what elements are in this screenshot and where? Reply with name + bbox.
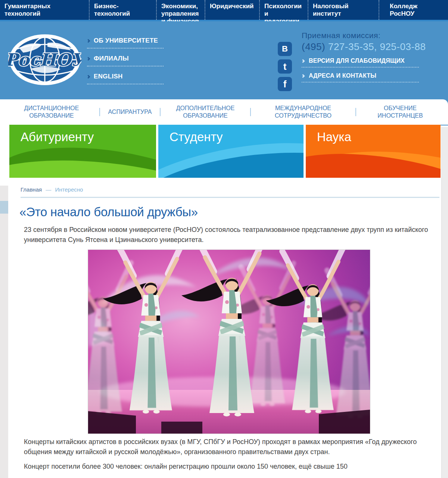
left-edge-thumbnail-sliver	[0, 243, 7, 413]
menu-about-university[interactable]: ОБ УНИВЕРСИТЕТЕ	[87, 37, 164, 49]
menu-english[interactable]: ENGLISH	[87, 73, 164, 84]
link-addresses-contacts[interactable]: АДРЕСА И КОНТАКТЫ	[302, 72, 419, 83]
logo-text: РосНОУ	[8, 50, 81, 70]
article-paragraph: Концерты китайских артистов в российских…	[24, 437, 435, 457]
nav-additional-education[interactable]: ДОПОЛНИТЕЛЬНОЕ ОБРАЗОВАНИЕ	[165, 105, 246, 120]
nav-postgraduate[interactable]: АСПИРАНТУРА	[105, 108, 155, 116]
left-edge-banner-sliver	[0, 201, 8, 214]
breadcrumb-home[interactable]: Главная	[21, 186, 42, 193]
main-nav: ДИСТАНЦИОННОЕ ОБРАЗОВАНИЕ АСПИРАНТУРА ДО…	[0, 99, 448, 125]
breadcrumb-separator: —	[46, 186, 51, 193]
topbar-item-law[interactable]: Юридический	[205, 0, 259, 20]
header-links: ВЕРСИЯ ДЛЯ СЛАБОВИДЯЩИХ АДРЕСА И КОНТАКТ…	[302, 58, 419, 87]
header-menu: ОБ УНИВЕРСИТЕТЕ ФИЛИАЛЫ ENGLISH	[87, 37, 164, 91]
phone-numbers: 727-35-35, 925-03-88	[328, 41, 426, 52]
topbar-item-humanities[interactable]: Гуманитарных технологий	[0, 0, 89, 20]
menu-branches[interactable]: ФИЛИАЛЫ	[87, 55, 164, 66]
divider	[21, 197, 439, 198]
vk-icon[interactable]: В	[278, 42, 292, 56]
article-paragraph: Концерт посетили более 300 человек: онла…	[24, 462, 435, 472]
nav-distance-education[interactable]: ДИСТАНЦИОННОЕ ОБРАЗОВАНИЕ	[8, 105, 95, 120]
admission-phones: (495) 727-35-35, 925-03-88	[302, 41, 426, 53]
admission-block: Приемная комиссия: (495) 727-35-35, 925-…	[302, 31, 426, 53]
topbar-item-college[interactable]: Колледж РосНОУ	[379, 0, 448, 20]
breadcrumb-current[interactable]: Интересно	[55, 186, 83, 193]
nav-separator	[250, 108, 251, 116]
twitter-icon[interactable]: t	[278, 59, 292, 74]
nav-separator	[160, 108, 161, 116]
tab-science[interactable]: Наука	[306, 125, 441, 178]
article-content: Главная — Интересно «Это начало большой …	[0, 178, 448, 477]
site-header: РосНОУ ОБ УНИВЕРСИТЕТЕ ФИЛИАЛЫ ENGLISH В…	[0, 21, 448, 99]
chevron-right-icon	[87, 39, 90, 43]
article-paragraph: 23 сентября в Российском новом университ…	[24, 225, 435, 245]
phone-area-code: (495)	[302, 41, 325, 52]
topbar-item-economics[interactable]: Экономики, управления и финансов	[156, 0, 205, 20]
tab-applicant[interactable]: Абитуриенту	[9, 125, 156, 178]
breadcrumb: Главная — Интересно	[21, 186, 437, 193]
right-page-rail	[441, 127, 448, 478]
article-photo	[88, 249, 370, 434]
stage-photo-dancers	[88, 250, 370, 434]
link-visually-impaired[interactable]: ВЕРСИЯ ДЛЯ СЛАБОВИДЯЩИХ	[302, 58, 419, 68]
institutes-bar: Гуманитарных технологий Бизнес-технологи…	[0, 0, 448, 21]
chevron-right-icon	[87, 57, 90, 60]
topbar-item-tax[interactable]: Налоговый институт	[308, 0, 379, 20]
chevron-right-icon	[87, 75, 90, 78]
facebook-icon[interactable]: f	[278, 77, 292, 91]
tab-student[interactable]: Студенту	[158, 125, 304, 178]
topbar-item-psychology[interactable]: Психологии и педагогики	[259, 0, 308, 20]
social-icons: В t f	[278, 42, 292, 91]
nav-separator	[355, 108, 356, 116]
rosnou-logo[interactable]: РосНОУ	[8, 33, 81, 86]
nav-international[interactable]: МЕЖДУНАРОДНОЕ СОТРУДНИЧЕСТВО	[255, 105, 351, 120]
nav-separator	[99, 108, 100, 116]
article-title: «Это начало большой дружбы»	[19, 205, 437, 219]
chevron-right-icon	[301, 74, 305, 78]
chevron-right-icon	[301, 59, 305, 63]
nav-foreign-students[interactable]: ОБУЧЕНИЕ ИНОСТРАНЦЕВ	[361, 105, 440, 120]
topbar-item-business[interactable]: Бизнес-технологий	[89, 0, 156, 20]
admission-label: Приемная комиссия:	[302, 31, 426, 40]
audience-tabs: Абитуриенту Студенту Наука	[9, 125, 440, 178]
